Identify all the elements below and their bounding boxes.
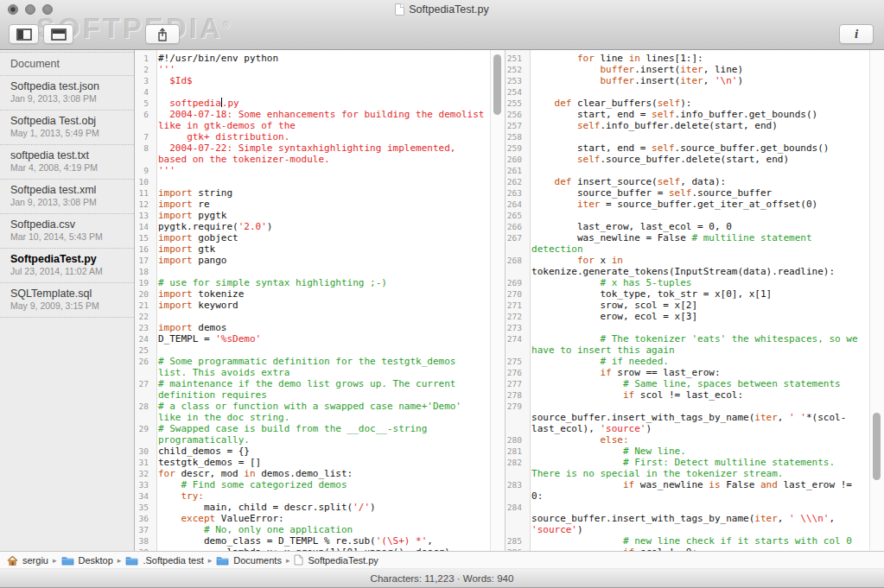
code-text[interactable]: import gobject (153, 232, 487, 243)
code-text[interactable]: #!/usr/bin/env python (153, 53, 487, 64)
breadcrumb-folder[interactable]: Documents (216, 555, 282, 566)
minimize-button[interactable] (25, 4, 35, 15)
scrollbar-thumb[interactable] (873, 413, 881, 480)
code-text[interactable]: main, child = descr.split('/') (153, 502, 487, 513)
code-text[interactable] (153, 86, 487, 98)
sidebar-file-item[interactable]: SoftpediaTest.py Jul 23, 2014, 11:02 AM (0, 249, 134, 283)
code-text[interactable]: import gtk (153, 243, 487, 255)
code-text[interactable]: D_TEMPL = '%sDemo' (153, 333, 487, 345)
code-text[interactable]: # First: Detect multiline statements. Th… (526, 457, 866, 479)
code-text[interactable]: ''' (153, 165, 487, 176)
code-text[interactable]: def clear_buffers(self): (526, 98, 866, 109)
code-text[interactable]: else: (526, 434, 866, 446)
code-text[interactable]: # x has 5-tuples (526, 277, 866, 288)
code-text[interactable]: import string (153, 187, 487, 199)
code-text[interactable]: if srow == last_erow: (526, 367, 866, 378)
code-text[interactable]: tok_type, tok_str = x[0], x[1] (526, 288, 866, 300)
code-text[interactable]: buffer.insert(iter, '\n') (526, 75, 866, 86)
line-number: 264 (506, 199, 526, 210)
code-text[interactable]: # new line check if it starts with col 0 (526, 535, 866, 547)
code-text[interactable]: # Same line, spaces between statements (526, 378, 866, 389)
code-text[interactable]: except ValueError: (153, 513, 487, 524)
code-text[interactable]: was_newline = False # multiline statemen… (526, 232, 866, 255)
breadcrumb-file[interactable]: SoftpediaTest.py (294, 554, 378, 566)
toggle-layout-button[interactable] (43, 24, 73, 44)
code-text[interactable]: $Id$ (153, 75, 487, 86)
code-text[interactable]: 2004-07-18: Some enhancements for buildi… (153, 109, 487, 131)
breadcrumb-home[interactable]: sergiu (7, 555, 48, 566)
code-text[interactable]: import pygtk (153, 210, 487, 221)
code-text[interactable]: source_buffer = self.source_buffer (526, 187, 866, 199)
code-text[interactable]: last_erow, last_ecol = 0, 0 (526, 221, 866, 232)
code-text[interactable] (526, 86, 866, 98)
sidebar-file-item[interactable]: softpedia test.txt Mar 4, 2008, 4:19 PM (0, 145, 134, 180)
code-text[interactable]: import keyword (153, 300, 487, 311)
sidebar-file-item[interactable]: Softpedia Test.obj May 1, 2013, 5:49 PM (0, 111, 134, 145)
code-text[interactable]: # Swapped case is build from the __doc__… (153, 423, 487, 446)
code-text[interactable]: demo_class = D_TEMPL % re.sub('(\S+) *', (153, 535, 487, 547)
scrollbar-thumb[interactable] (493, 54, 501, 115)
breadcrumb-label: Documents (233, 555, 282, 566)
zoom-button[interactable] (42, 4, 53, 15)
code-text[interactable]: erow, ecol = x[3] (526, 311, 866, 322)
code-text[interactable]: source_buffer.insert_with_tags_by_name(i… (526, 502, 866, 535)
breadcrumb-folder[interactable]: .Softpedia test (125, 555, 203, 566)
code-text[interactable]: for descr, mod in demos.demo_list: (153, 468, 487, 479)
close-button[interactable] (8, 4, 18, 15)
code-text[interactable]: self.source_buffer.delete(start, end) (526, 154, 866, 165)
info-button[interactable]: i (839, 24, 874, 44)
code-text[interactable]: child_demos = {} (153, 446, 487, 457)
code-text[interactable] (526, 322, 866, 333)
toggle-sidebar-button[interactable] (9, 24, 39, 44)
code-text[interactable] (526, 131, 866, 142)
code-text[interactable] (153, 311, 487, 322)
code-text[interactable]: start, end = self.info_buffer.get_bounds… (526, 109, 866, 120)
code-text[interactable]: self.info_buffer.delete(start, end) (526, 120, 866, 131)
code-text[interactable]: pygtk.require('2.0') (153, 221, 487, 232)
code-text[interactable]: def insert_source(self, data): (526, 176, 866, 187)
code-text[interactable]: for line in lines[1:]: (526, 53, 866, 64)
code-text[interactable]: # No, only one application (153, 524, 487, 535)
code-text[interactable]: # The tokenizer 'eats' the whitespaces, … (526, 333, 866, 356)
code-text[interactable] (526, 210, 866, 221)
share-button[interactable] (145, 24, 180, 44)
code-text[interactable]: if scol != last_ecol: (526, 389, 866, 401)
code-text[interactable]: try: (153, 490, 487, 502)
code-text[interactable]: if was_newline is False and last_erow !=… (526, 479, 866, 502)
code-text[interactable]: import tokenize (153, 288, 487, 300)
left-pane-scrollbar[interactable] (490, 50, 505, 551)
code-text[interactable]: # Some programmatic definition for the t… (153, 356, 487, 378)
right-pane-scrollbar[interactable] (869, 50, 884, 551)
code-text[interactable] (526, 165, 866, 176)
code-text[interactable]: # use for simple syntax highlighting ;-) (153, 277, 487, 288)
code-editor-left[interactable]: 1#!/usr/bin/env python2'''3 $Id$45 softp… (135, 50, 490, 551)
code-text[interactable]: import demos (153, 322, 487, 333)
code-text[interactable]: iter = source_buffer.get_iter_at_offset(… (526, 199, 866, 210)
breadcrumb-folder[interactable]: Desktop (61, 555, 113, 566)
code-text[interactable]: # Find some categorized demos (153, 479, 487, 490)
code-text[interactable]: buffer.insert(iter, line) (526, 64, 866, 75)
code-text[interactable]: softpedia.py (153, 98, 487, 109)
sidebar-file-item[interactable]: SQLTemplate.sql May 9, 2009, 3:15 PM (0, 283, 134, 318)
code-text[interactable]: start, end = self.source_buffer.get_boun… (526, 142, 866, 154)
code-text[interactable] (153, 345, 487, 356)
sidebar-file-item[interactable]: Softpedia test.xml Jan 9, 2013, 3:08 PM (0, 180, 134, 214)
code-text[interactable]: ''' (153, 64, 487, 75)
code-text[interactable] (153, 266, 487, 277)
sidebar-file-item[interactable]: Softpedia.csv Mar 10, 2014, 5:43 PM (0, 214, 134, 249)
code-text[interactable]: for x in tokenize.generate_tokens(InputS… (526, 255, 866, 277)
code-text[interactable]: # New line. (526, 446, 866, 457)
code-text[interactable]: # if needed. (526, 356, 866, 367)
code-text[interactable]: 2004-07-22: Simple syntaxhighlighting im… (153, 142, 487, 165)
code-text[interactable] (153, 176, 487, 187)
sidebar-file-item[interactable]: Softpedia test.json Jan 9, 2013, 3:08 PM (0, 76, 134, 111)
code-text[interactable]: import pango (153, 255, 487, 266)
code-text[interactable]: testgtk_demos = [] (153, 457, 487, 468)
code-text[interactable]: source_buffer.insert_with_tags_by_name(i… (526, 401, 866, 434)
code-text[interactable]: import re (153, 199, 487, 210)
code-text[interactable]: # a class or function with a swapped cas… (153, 401, 487, 423)
code-text[interactable]: srow, scol = x[2] (526, 300, 866, 311)
code-text[interactable]: gtk+ distribution. (153, 131, 487, 142)
code-text[interactable]: # maintenance if the demo list grows up.… (153, 378, 487, 401)
code-editor-right[interactable]: 251 for line in lines[1:]:252 buffer.ins… (506, 50, 869, 551)
